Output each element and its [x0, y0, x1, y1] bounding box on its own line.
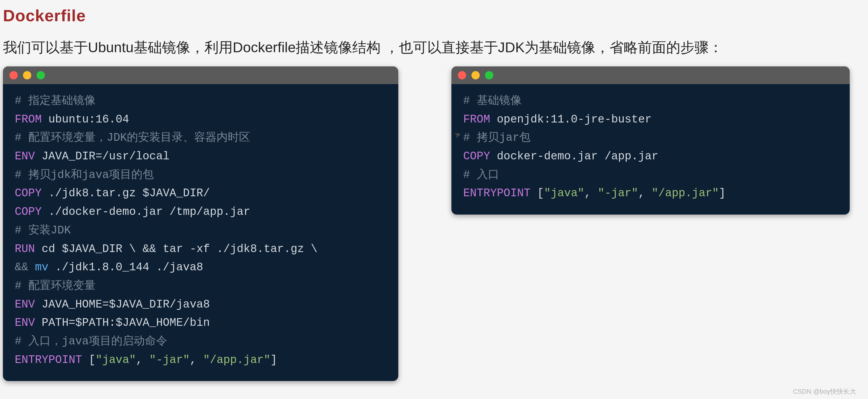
code-keyword: FROM [463, 113, 490, 126]
code-comment: # 入口 [463, 168, 499, 181]
terminals-row: # 指定基础镜像 FROM ubuntu:16.04 # 配置环境变量，JDK的… [3, 66, 859, 381]
code-keyword: ENTRYPOINT [463, 187, 530, 200]
close-icon [458, 71, 466, 80]
code-string: "-jar" [149, 354, 190, 366]
code-keyword: ENV [15, 150, 35, 163]
page-title: Dockerfile [3, 6, 859, 25]
code-text: ubuntu:16.04 [41, 113, 129, 126]
code-string: "java" [544, 187, 585, 200]
code-keyword: COPY [463, 150, 490, 163]
code-text: ./jdk8.tar.gz $JAVA_DIR/ [41, 187, 210, 200]
code-bracket: ] [271, 354, 277, 366]
code-comment: # 基础镜像 [463, 94, 522, 107]
code-text: JAVA_DIR=/usr/local [35, 150, 169, 163]
code-command: mv [35, 261, 49, 274]
code-comment: # 配置环境变量 [15, 279, 96, 292]
code-keyword: COPY [15, 187, 41, 200]
code-block-left: # 指定基础镜像 FROM ubuntu:16.04 # 配置环境变量，JDK的… [3, 84, 398, 381]
code-text: cd $JAVA_DIR \ && tar -xf ./jdk8.tar.gz … [35, 243, 317, 255]
code-string: "java" [96, 354, 136, 366]
minimize-icon [471, 71, 480, 80]
code-text: , [136, 354, 150, 366]
code-text: ./docker-demo.jar /tmp/app.jar [41, 206, 250, 218]
code-text: openjdk:11.0-jre-buster [490, 113, 651, 126]
code-bracket: [ [537, 187, 544, 200]
code-block-right: # 基础镜像 FROM openjdk:11.0-jre-buster # 拷贝… [452, 84, 850, 215]
code-keyword: ENV [15, 316, 35, 329]
terminal-titlebar [452, 66, 850, 84]
code-string: "/app.jar" [652, 187, 719, 200]
minimize-icon [23, 71, 31, 80]
code-comment: # 指定基础镜像 [15, 94, 96, 107]
code-comment: # 配置环境变量，JDK的安装目录、容器内时区 [15, 131, 250, 144]
code-keyword: ENV [15, 298, 35, 311]
maximize-icon [485, 71, 493, 80]
code-text: ./jdk1.8.0_144 ./java8 [49, 261, 203, 274]
code-text: , [585, 187, 598, 200]
code-text [82, 354, 89, 366]
code-comment: # 拷贝jar包 [463, 131, 530, 144]
code-text: PATH=$PATH:$JAVA_HOME/bin [35, 316, 210, 329]
code-bracket: ] [719, 187, 726, 200]
code-keyword: ENTRYPOINT [15, 354, 82, 366]
code-comment: # 安装JDK [15, 224, 71, 237]
code-string: "-jar" [598, 187, 638, 200]
code-bracket: [ [89, 354, 96, 366]
code-keyword: COPY [15, 206, 41, 218]
code-text: , [190, 354, 203, 366]
code-keyword: FROM [15, 113, 41, 126]
terminal-right: # 基础镜像 FROM openjdk:11.0-jre-buster # 拷贝… [452, 66, 850, 215]
code-text: docker-demo.jar /app.jar [490, 150, 658, 163]
page-container: Dockerfile 我们可以基于Ubuntu基础镜像，利用Dockerfile… [3, 6, 859, 381]
code-comment: # 拷贝jdk和java项目的包 [15, 168, 154, 181]
terminal-titlebar [3, 66, 398, 84]
code-keyword: RUN [15, 243, 35, 255]
code-comment: # 入口，java项目的启动命令 [15, 335, 167, 348]
intro-text: 我们可以基于Ubuntu基础镜像，利用Dockerfile描述镜像结构 ，也可以… [3, 37, 859, 58]
code-text: , [638, 187, 652, 200]
code-operator: && [15, 261, 35, 274]
terminal-left: # 指定基础镜像 FROM ubuntu:16.04 # 配置环境变量，JDK的… [3, 66, 398, 381]
code-text [530, 187, 537, 200]
code-text: JAVA_HOME=$JAVA_DIR/java8 [35, 298, 210, 311]
maximize-icon [37, 71, 45, 80]
code-string: "/app.jar" [203, 354, 271, 366]
close-icon [9, 71, 18, 80]
